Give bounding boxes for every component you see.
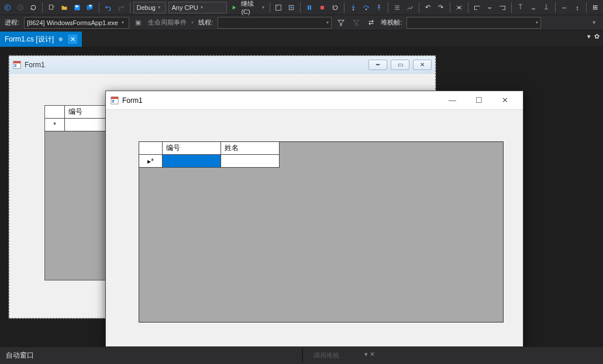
chevron-down-icon: ▾ [122, 20, 124, 25]
config-dropdown[interactable]: Debug ▾ [133, 2, 166, 13]
align-center-icon[interactable]: ⫟ [484, 2, 495, 13]
tool-icon[interactable] [454, 2, 464, 13]
svg-point-16 [366, 8, 367, 9]
tool-icon[interactable] [405, 2, 415, 13]
separator [468, 2, 468, 13]
undo-button[interactable] [103, 2, 113, 13]
step-out-button[interactable] [374, 2, 384, 13]
svg-point-15 [353, 9, 354, 10]
open-file-button[interactable] [59, 2, 70, 13]
svg-rect-4 [75, 5, 78, 7]
svg-rect-20 [13, 61, 20, 63]
close-tab-button[interactable]: ✕ [68, 34, 77, 44]
process-dropdown[interactable]: [8624] WindowsFormsApp1.exe ▾ [24, 17, 129, 29]
swap-icon[interactable]: ⇄ [366, 17, 376, 29]
chevron-down-icon: ▾ [201, 5, 203, 10]
thread-dropdown[interactable]: ▾ [218, 17, 332, 29]
grid-cell-new-col2[interactable] [221, 155, 280, 168]
spacing-h-icon[interactable]: ↔ [559, 2, 570, 13]
panel-close-icon[interactable]: ▾ ✕ [364, 351, 375, 358]
tab-title: Form1.cs [设计] [5, 34, 54, 44]
separator [511, 2, 512, 13]
svg-rect-13 [310, 5, 311, 10]
process-label: 进程: [4, 18, 20, 27]
lifecycle-icon[interactable]: ▣ [133, 17, 143, 29]
separator [42, 2, 43, 13]
filter-icon[interactable] [335, 17, 347, 29]
tool-icon[interactable]: ↶ [423, 2, 433, 13]
grid-column-header-2[interactable]: 姓名 [221, 142, 280, 155]
svg-point-0 [5, 5, 11, 10]
close-button[interactable]: ✕ [492, 92, 518, 109]
auto-window-tab[interactable]: 自动窗口 [4, 351, 36, 360]
gear-icon[interactable]: ✿ [594, 33, 599, 40]
align-top-icon[interactable]: ⟙ [515, 2, 526, 13]
filter-clear-icon[interactable] [350, 17, 362, 29]
save-button[interactable] [72, 2, 82, 13]
runtime-form-window[interactable]: Form1 — ☐ ✕ 编号 姓名 ▸* [105, 91, 523, 346]
callstack-tab[interactable]: 调用堆栈 [313, 351, 339, 360]
pin-icon[interactable]: ⊕ [58, 36, 63, 42]
tool-icon[interactable] [286, 2, 297, 13]
minimize-button[interactable]: ━ [368, 60, 387, 70]
align-bottom-icon[interactable]: ⟘ [541, 2, 552, 13]
splitter[interactable] [302, 348, 303, 363]
grid-col2-label: 姓名 [225, 143, 239, 153]
svg-rect-25 [112, 100, 115, 101]
svg-rect-12 [308, 5, 309, 10]
overflow-icon[interactable]: ▾ [589, 17, 599, 29]
redo-button[interactable] [116, 2, 126, 13]
refresh-icon[interactable] [28, 2, 39, 13]
grid-column-header-1[interactable]: 编号 [163, 142, 221, 155]
grid-corner-header[interactable] [45, 106, 65, 119]
grid-corner-header[interactable] [139, 142, 163, 155]
close-button[interactable]: ✕ [413, 60, 432, 70]
minimize-button[interactable]: — [439, 92, 466, 109]
runtime-titlebar[interactable]: Form1 — ☐ ✕ [106, 91, 523, 110]
tool-icon[interactable] [273, 2, 284, 13]
align-middle-icon[interactable]: ⫠ [528, 2, 539, 13]
grid-row-header-new[interactable]: ▸* [139, 155, 163, 168]
main-toolbar: Debug ▾ Any CPU ▾ 继续(C) ▾ ↶ ↷ ⫍ ⫟ ⫎ ⟙ ⫠ … [0, 0, 603, 15]
runtime-datagrid[interactable]: 编号 姓名 ▸* [139, 141, 504, 323]
tab-form1-designer[interactable]: Form1.cs [设计] ⊕ ✕ [0, 32, 82, 47]
maximize-button[interactable]: ☐ [466, 92, 492, 109]
svg-point-17 [378, 5, 380, 6]
svg-rect-7 [89, 5, 91, 6]
debug-toolbar: 进程: [8624] WindowsFormsApp1.exe ▾ ▣ 生命周期… [0, 15, 603, 30]
tab-overflow-button[interactable]: ▾ [587, 33, 591, 40]
restart-button[interactable] [330, 2, 340, 13]
runtime-title: Form1 [122, 96, 436, 105]
grid-toggle-icon[interactable]: ⊞ [590, 2, 601, 13]
align-right-icon[interactable]: ⫎ [497, 2, 508, 13]
chevron-down-icon: ▾ [191, 20, 194, 25]
grid-col1-label: 编号 [68, 107, 82, 117]
nav-back-button[interactable] [2, 2, 13, 13]
continue-button[interactable]: 继续(C) ▾ [229, 2, 266, 13]
separator [450, 2, 450, 13]
step-into-button[interactable] [348, 2, 359, 13]
stop-button[interactable] [317, 2, 328, 13]
svg-rect-26 [112, 101, 115, 102]
save-all-button[interactable] [85, 2, 95, 13]
tool-icon[interactable]: ↷ [436, 2, 446, 13]
step-over-button[interactable] [361, 2, 371, 13]
align-left-icon[interactable]: ⫍ [471, 2, 482, 13]
newrow-marker: * [53, 121, 56, 129]
maximize-button[interactable]: ▭ [391, 60, 409, 70]
svg-point-9 [277, 6, 278, 7]
config-dropdown-label: Debug [136, 4, 155, 11]
platform-dropdown[interactable]: Any CPU ▾ [168, 2, 227, 13]
new-file-button[interactable] [46, 2, 57, 13]
svg-rect-8 [276, 5, 281, 10]
spacing-v-icon[interactable]: ↕ [572, 2, 583, 13]
grid-row-header-new[interactable]: * [45, 119, 65, 131]
grid-cell-new-col1[interactable] [163, 155, 221, 168]
separator [300, 2, 301, 13]
separator [344, 2, 344, 13]
tool-icon[interactable] [392, 2, 402, 13]
nav-forward-button[interactable] [15, 2, 26, 13]
stackframe-dropdown[interactable]: ▾ [406, 17, 541, 29]
pause-button[interactable] [304, 2, 315, 13]
thread-label: 线程: [197, 18, 214, 27]
